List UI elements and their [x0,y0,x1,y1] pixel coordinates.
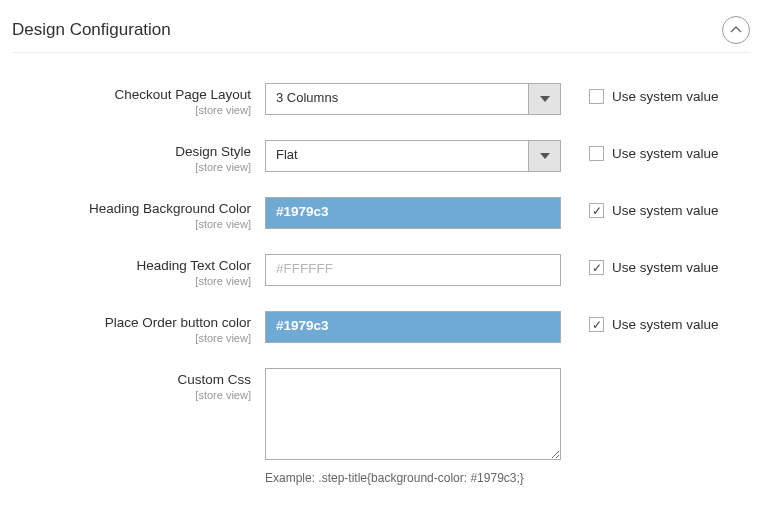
field-label: Design Style [12,144,251,159]
config-rows: Checkout Page Layout [store view] 3 Colu… [12,83,750,485]
use-system-value-label: Use system value [612,203,719,218]
label-col: Place Order button color [store view] [12,311,265,344]
row-design-style: Design Style [store view] Flat Use syste… [12,140,750,173]
system-value-col: Use system value [561,83,719,104]
use-system-value-label: Use system value [612,317,719,332]
scope-label: [store view] [12,332,251,344]
select-arrow [528,141,560,171]
label-col: Custom Css [store view] [12,368,265,401]
section-title: Design Configuration [12,20,171,40]
label-col: Design Style [store view] [12,140,265,173]
system-value-col: Use system value [561,311,719,332]
system-value-col: Use system value [561,197,719,218]
system-value-col: Use system value [561,140,719,161]
use-system-value-label: Use system value [612,146,719,161]
use-system-value-checkbox[interactable] [589,260,604,275]
field-label: Place Order button color [12,315,251,330]
field-col: #FFFFFF [265,254,561,286]
field-col: #1979c3 [265,197,561,229]
row-place-order-button-color: Place Order button color [store view] #1… [12,311,750,344]
field-label: Checkout Page Layout [12,87,251,102]
heading-background-color-input[interactable]: #1979c3 [265,197,561,229]
scope-label: [store view] [12,218,251,230]
section-header: Design Configuration [12,16,750,53]
collapse-button[interactable] [722,16,750,44]
design-style-select[interactable]: Flat [265,140,561,172]
select-value: Flat [266,141,528,171]
caret-down-icon [540,96,550,102]
row-custom-css: Custom Css [store view] Example: .step-t… [12,368,750,485]
row-checkout-page-layout: Checkout Page Layout [store view] 3 Colu… [12,83,750,116]
scope-label: [store view] [12,389,251,401]
field-label: Custom Css [12,372,251,387]
custom-css-textarea[interactable] [265,368,561,460]
scope-label: [store view] [12,161,251,173]
field-label: Heading Background Color [12,201,251,216]
caret-down-icon [540,153,550,159]
custom-css-hint: Example: .step-title{background-color: #… [265,471,561,485]
place-order-button-color-input[interactable]: #1979c3 [265,311,561,343]
use-system-value-checkbox[interactable] [589,89,604,104]
scope-label: [store view] [12,104,251,116]
scope-label: [store view] [12,275,251,287]
field-col: Flat [265,140,561,172]
field-label: Heading Text Color [12,258,251,273]
use-system-value-checkbox[interactable] [589,146,604,161]
chevron-up-icon [730,26,742,34]
label-col: Heading Text Color [store view] [12,254,265,287]
select-arrow [528,84,560,114]
row-heading-background-color: Heading Background Color [store view] #1… [12,197,750,230]
select-value: 3 Columns [266,84,528,114]
label-col: Heading Background Color [store view] [12,197,265,230]
field-col: 3 Columns [265,83,561,115]
use-system-value-label: Use system value [612,260,719,275]
use-system-value-checkbox[interactable] [589,317,604,332]
field-col: Example: .step-title{background-color: #… [265,368,561,485]
use-system-value-label: Use system value [612,89,719,104]
row-heading-text-color: Heading Text Color [store view] #FFFFFF … [12,254,750,287]
use-system-value-checkbox[interactable] [589,203,604,218]
label-col: Checkout Page Layout [store view] [12,83,265,116]
system-value-col: Use system value [561,254,719,275]
heading-text-color-input[interactable]: #FFFFFF [265,254,561,286]
checkout-page-layout-select[interactable]: 3 Columns [265,83,561,115]
field-col: #1979c3 [265,311,561,343]
